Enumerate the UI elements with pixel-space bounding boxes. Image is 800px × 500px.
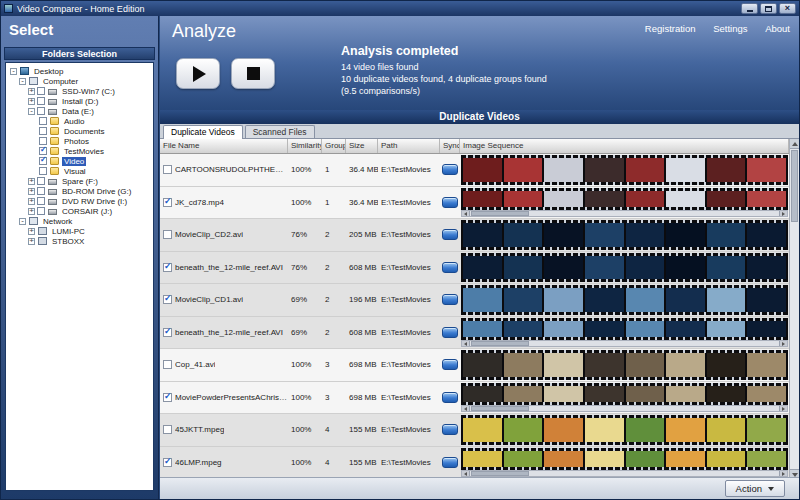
tree-item-lumi-pc[interactable]: + LUMI-PC: [9, 226, 153, 236]
sync-button[interactable]: [442, 197, 458, 208]
folder-checkbox[interactable]: [39, 137, 47, 145]
folder-checkbox[interactable]: ✓: [39, 147, 47, 155]
tree-item-network[interactable]: - Network: [9, 216, 153, 226]
tree-item-documents[interactable]: Documents: [9, 126, 153, 136]
table-row[interactable]: ✓ MoviePowderPresentsAChristmasWit... 10…: [160, 382, 789, 415]
table-row[interactable]: MovieClip_CD2.avi 76% 2 205 MB E:\TestMo…: [160, 219, 789, 252]
table-row[interactable]: ✓ MovieClip_CD1.avi 69% 2 196 MB E:\Test…: [160, 284, 789, 317]
table-row[interactable]: ✓ beneath_the_12-mile_reef.AVI 69% 2 608…: [160, 317, 789, 350]
folder-checkbox[interactable]: [37, 107, 45, 115]
column-header-group[interactable]: Group: [322, 139, 346, 153]
expander-icon[interactable]: -: [19, 78, 26, 85]
row-checkbox[interactable]: [163, 425, 172, 434]
sequence-scrollbar[interactable]: [461, 210, 788, 217]
scroll-right-icon[interactable]: [779, 341, 787, 346]
scroll-up-icon[interactable]: [790, 139, 799, 149]
sequence-scrollbar[interactable]: [461, 470, 788, 477]
tab-duplicate-videos[interactable]: Duplicate Videos: [163, 125, 243, 139]
sync-button[interactable]: [442, 392, 458, 403]
tree-item-photos[interactable]: Photos: [9, 136, 153, 146]
tree-item-audio[interactable]: Audio: [9, 116, 153, 126]
folder-checkbox[interactable]: [37, 207, 45, 215]
expander-icon[interactable]: +: [28, 198, 35, 205]
scrollbar-thumb[interactable]: [471, 471, 529, 476]
tree-item-video[interactable]: ✓ Video: [9, 156, 153, 166]
scroll-right-icon[interactable]: [779, 211, 787, 216]
sync-button[interactable]: [442, 424, 458, 435]
scrollbar-thumb[interactable]: [471, 406, 529, 411]
sync-button[interactable]: [442, 164, 458, 175]
tab-scanned-files[interactable]: Scanned Files: [245, 125, 315, 138]
row-checkbox[interactable]: ✓: [163, 295, 172, 304]
tree-item-corsair-j[interactable]: + CORSAIR (J:): [9, 206, 153, 216]
sequence-scrollbar[interactable]: [461, 340, 788, 347]
folder-checkbox[interactable]: [39, 117, 47, 125]
expander-icon[interactable]: +: [28, 208, 35, 215]
folder-checkbox[interactable]: [39, 127, 47, 135]
scroll-left-icon[interactable]: [462, 211, 470, 216]
expander-icon[interactable]: +: [28, 188, 35, 195]
sync-button[interactable]: [442, 359, 458, 370]
folder-checkbox[interactable]: [37, 87, 45, 95]
tree-item-visual[interactable]: Visual: [9, 166, 153, 176]
table-row[interactable]: ✓ 46LMP.mpeg 100% 4 155 MB E:\TestMovies: [160, 447, 789, 480]
play-button[interactable]: [176, 58, 220, 89]
close-button[interactable]: ×: [779, 3, 796, 14]
scroll-left-icon[interactable]: [462, 406, 470, 411]
expander-icon[interactable]: +: [28, 88, 35, 95]
expander-icon[interactable]: +: [28, 98, 35, 105]
scrollbar-thumb[interactable]: [471, 211, 529, 216]
scroll-right-icon[interactable]: [779, 471, 787, 476]
tree-item-install-d[interactable]: + Install (D:): [9, 96, 153, 106]
sync-button[interactable]: [442, 262, 458, 273]
tree-item-spare-f[interactable]: + Spare (F:): [9, 176, 153, 186]
maximize-button[interactable]: [760, 3, 777, 14]
scroll-left-icon[interactable]: [462, 341, 470, 346]
column-header-image-sequence[interactable]: Image Sequence: [460, 139, 789, 153]
scroll-left-icon[interactable]: [462, 471, 470, 476]
table-row[interactable]: 45JKTT.mpeg 100% 4 155 MB E:\TestMovies: [160, 414, 789, 447]
folder-checkbox[interactable]: [37, 187, 45, 195]
tree-item-computer[interactable]: - Computer: [9, 76, 153, 86]
expander-icon[interactable]: -: [19, 218, 26, 225]
expander-icon[interactable]: +: [28, 238, 35, 245]
folder-checkbox[interactable]: [37, 177, 45, 185]
table-row[interactable]: CARTOONSRUDOLPHTHERE_512 100% 1 36.4 MB …: [160, 154, 789, 187]
column-header-path[interactable]: Path: [378, 139, 440, 153]
row-checkbox[interactable]: ✓: [163, 263, 172, 272]
tree-item-stboxx[interactable]: + STBOXX: [9, 236, 153, 246]
registration-link[interactable]: Registration: [645, 23, 696, 34]
column-header-file-name[interactable]: File Name: [160, 139, 288, 153]
about-link[interactable]: About: [765, 23, 790, 34]
tree-item-ssd-win7-c[interactable]: + SSD-Win7 (C:): [9, 86, 153, 96]
tree-item-bdrom-g[interactable]: + BD-ROM Drive (G:): [9, 186, 153, 196]
column-header-size[interactable]: Size: [346, 139, 378, 153]
row-checkbox[interactable]: ✓: [163, 393, 172, 402]
scrollbar-thumb[interactable]: [471, 341, 529, 346]
table-row[interactable]: ✓ JK_cd78.mp4 100% 1 36.4 MB E:\TestMovi…: [160, 187, 789, 220]
table-row[interactable]: ✓ beneath_the_12-mile_reef.AVI 76% 2 608…: [160, 252, 789, 285]
sync-button[interactable]: [442, 294, 458, 305]
column-header-sync[interactable]: Sync: [440, 139, 460, 153]
table-scrollbar[interactable]: [789, 139, 799, 479]
stop-button[interactable]: [231, 58, 275, 89]
row-checkbox[interactable]: ✓: [163, 198, 172, 207]
tree-item-data-e[interactable]: - Data (E:): [9, 106, 153, 116]
sync-button[interactable]: [442, 229, 458, 240]
settings-link[interactable]: Settings: [713, 23, 747, 34]
row-checkbox[interactable]: [163, 230, 172, 239]
expander-icon[interactable]: +: [28, 178, 35, 185]
tree-item-desktop[interactable]: - Desktop: [9, 66, 153, 76]
tree-item-dvdrw-i[interactable]: + DVD RW Drive (I:): [9, 196, 153, 206]
row-checkbox[interactable]: [163, 360, 172, 369]
scrollbar-thumb[interactable]: [791, 150, 798, 222]
minimize-button[interactable]: [741, 3, 758, 14]
tree-item-testmovies[interactable]: ✓ TestMovies: [9, 146, 153, 156]
row-checkbox[interactable]: [163, 165, 172, 174]
row-checkbox[interactable]: ✓: [163, 458, 172, 467]
action-button[interactable]: Action: [725, 480, 785, 497]
folder-checkbox[interactable]: [37, 97, 45, 105]
expander-icon[interactable]: -: [10, 68, 17, 75]
scroll-right-icon[interactable]: [779, 406, 787, 411]
sync-button[interactable]: [442, 327, 458, 338]
